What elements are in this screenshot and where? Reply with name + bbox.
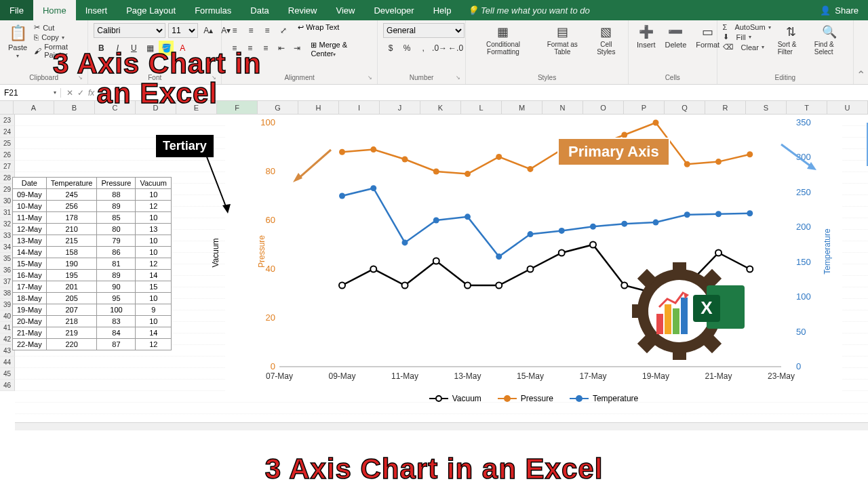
chart-area[interactable]: 020406080100 050100150200250300350 07-Ma… bbox=[225, 116, 842, 401]
format-as-table-button[interactable]: ▤Format as Table bbox=[539, 23, 586, 57]
table-cell: 245 bbox=[46, 189, 97, 201]
table-cell: 10 bbox=[136, 316, 172, 327]
row-header-26[interactable]: 26 bbox=[0, 149, 15, 161]
svg-text:100: 100 bbox=[796, 291, 811, 302]
merge-center-button[interactable]: ⊞ Merge & Center▾ bbox=[311, 41, 372, 58]
insert-cells-button[interactable]: ➕Insert bbox=[634, 23, 658, 50]
copy-button[interactable]: ⎘Copy▾ bbox=[34, 33, 82, 41]
horizontal-scrollbar[interactable] bbox=[15, 422, 868, 430]
tab-home[interactable]: Home bbox=[33, 0, 76, 20]
cell-styles-button[interactable]: ▧Cell Styles bbox=[590, 23, 623, 57]
increase-font-icon[interactable]: A▴ bbox=[201, 23, 216, 38]
dialog-launcher-icon[interactable]: ↘ bbox=[368, 75, 376, 83]
delete-cells-button[interactable]: ➖Delete bbox=[662, 23, 689, 50]
table-cell: 220 bbox=[46, 339, 97, 350]
table-cell: 12 bbox=[136, 201, 172, 212]
row-header-23[interactable]: 23 bbox=[0, 115, 15, 126]
share-button[interactable]: 👤 Share bbox=[810, 0, 868, 20]
col-header-J[interactable]: J bbox=[380, 101, 420, 114]
col-header-Q[interactable]: Q bbox=[665, 101, 705, 114]
decrease-decimal-icon[interactable]: ←.0 bbox=[448, 41, 463, 56]
svg-point-72 bbox=[402, 283, 408, 289]
svg-point-75 bbox=[496, 283, 502, 289]
primary-arrow-icon bbox=[296, 140, 336, 181]
tell-me-label: Tell me what you want to do bbox=[481, 5, 590, 16]
autosum-button[interactable]: Σ AutoSum▾ bbox=[723, 23, 771, 31]
table-cell: 14-May bbox=[13, 247, 47, 258]
col-header-R[interactable]: R bbox=[705, 101, 746, 114]
tab-formulas[interactable]: Formulas bbox=[185, 0, 241, 20]
col-header-I[interactable]: I bbox=[339, 101, 380, 114]
align-bottom-icon[interactable]: ≡ bbox=[260, 23, 275, 38]
tertiary-arrow-icon bbox=[203, 152, 237, 218]
svg-point-76 bbox=[528, 266, 534, 272]
col-header-H[interactable]: H bbox=[298, 101, 339, 114]
align-top-icon[interactable]: ≡ bbox=[227, 23, 242, 38]
group-label-number: Number bbox=[383, 73, 460, 83]
wrap-text-button[interactable]: ↩ Wrap Text bbox=[298, 23, 339, 38]
name-box[interactable]: F21 ▾ bbox=[0, 88, 61, 98]
table-cell: 81 bbox=[97, 258, 136, 270]
fill-button[interactable]: ⬇ Fill▾ bbox=[723, 33, 771, 41]
number-format-select[interactable]: General bbox=[383, 23, 465, 38]
row-header-27[interactable]: 27 bbox=[0, 161, 15, 172]
collapse-ribbon-icon[interactable]: ⌃ bbox=[856, 68, 865, 81]
row-header-25[interactable]: 25 bbox=[0, 138, 15, 149]
col-header-A[interactable]: A bbox=[14, 101, 54, 114]
currency-icon[interactable]: $ bbox=[383, 41, 398, 56]
col-header-U[interactable]: U bbox=[827, 101, 868, 114]
table-cell: 256 bbox=[46, 201, 97, 212]
wrap-label: Wrap Text bbox=[306, 23, 339, 31]
col-header-G[interactable]: G bbox=[258, 101, 298, 114]
find-select-button[interactable]: 🔍Find & Select bbox=[812, 23, 848, 57]
col-header-L[interactable]: L bbox=[461, 101, 502, 114]
increase-indent-icon[interactable]: ⇥ bbox=[290, 41, 304, 56]
paste-button[interactable]: 📋 Paste ▾ bbox=[5, 23, 30, 60]
table-cell: 12 bbox=[136, 258, 172, 270]
col-header-S[interactable]: S bbox=[746, 101, 787, 114]
tab-view[interactable]: View bbox=[326, 0, 364, 20]
tab-data[interactable]: Data bbox=[241, 0, 278, 20]
wrap-icon: ↩ bbox=[298, 23, 304, 31]
col-header-K[interactable]: K bbox=[420, 101, 461, 114]
find-label: Find & Select bbox=[814, 41, 845, 56]
tab-help[interactable]: Help bbox=[424, 0, 461, 20]
col-header-P[interactable]: P bbox=[624, 101, 665, 114]
tab-review[interactable]: Review bbox=[279, 0, 327, 20]
clear-button[interactable]: ⌫ Clear▾ bbox=[723, 43, 771, 52]
comma-icon[interactable]: , bbox=[416, 41, 431, 56]
table-cell: 13 bbox=[136, 224, 172, 235]
svg-text:150: 150 bbox=[796, 257, 811, 267]
row-header-45[interactable]: 45 bbox=[0, 368, 15, 380]
select-all-corner[interactable] bbox=[0, 101, 14, 114]
row-header-24[interactable]: 24 bbox=[0, 126, 15, 138]
align-middle-icon[interactable]: ≡ bbox=[243, 23, 258, 38]
col-header-T[interactable]: T bbox=[787, 101, 827, 114]
tab-developer[interactable]: Developer bbox=[364, 0, 423, 20]
tell-me[interactable]: 💡 Tell me what you want to do bbox=[460, 0, 596, 20]
dialog-launcher-icon[interactable]: ↘ bbox=[456, 75, 464, 83]
sort-filter-button[interactable]: ⇅Sort & Filter bbox=[775, 23, 808, 57]
col-header-M[interactable]: M bbox=[502, 101, 542, 114]
percent-icon[interactable]: % bbox=[399, 41, 414, 56]
conditional-formatting-button[interactable]: ▦Conditional Formatting bbox=[471, 23, 535, 57]
tab-insert[interactable]: Insert bbox=[76, 0, 117, 20]
table-cell: 10 bbox=[136, 293, 172, 304]
table-cell: 89 bbox=[97, 270, 136, 281]
merge-icon: ⊞ bbox=[311, 41, 317, 49]
tab-file[interactable]: File bbox=[0, 0, 33, 20]
font-name-select[interactable]: Calibri bbox=[94, 23, 165, 38]
orientation-icon[interactable]: ⤢ bbox=[276, 23, 291, 38]
cut-button[interactable]: ✂Cut bbox=[34, 23, 82, 32]
table-cell: 15-May bbox=[13, 258, 47, 270]
row-header-46[interactable]: 46 bbox=[0, 380, 15, 391]
decrease-indent-icon[interactable]: ⇤ bbox=[274, 41, 288, 56]
tab-page-layout[interactable]: Page Layout bbox=[117, 0, 185, 20]
chevron-down-icon: ▾ bbox=[62, 35, 64, 41]
row-header-44[interactable]: 44 bbox=[0, 357, 15, 368]
col-header-N[interactable]: N bbox=[542, 101, 583, 114]
table-cell: 17-May bbox=[13, 281, 47, 293]
col-header-O[interactable]: O bbox=[583, 101, 624, 114]
increase-decimal-icon[interactable]: .0→ bbox=[432, 41, 447, 56]
font-size-select[interactable]: 11 bbox=[168, 23, 198, 38]
